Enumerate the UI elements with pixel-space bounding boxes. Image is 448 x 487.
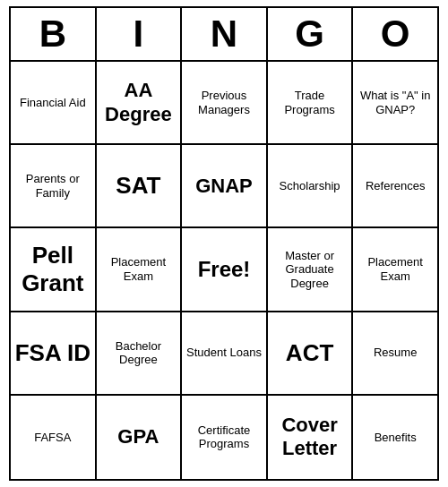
- bingo-row: Parents or FamilySATGNAPScholarshipRefer…: [11, 145, 437, 228]
- bingo-cell: Student Loans: [182, 312, 268, 396]
- bingo-cell: Resume: [353, 312, 437, 396]
- bingo-cell: Certificate Programs: [182, 396, 268, 479]
- bingo-card: BINGO Financial AidAA DegreePrevious Man…: [9, 6, 439, 481]
- bingo-grid: Financial AidAA DegreePrevious ManagersT…: [11, 62, 437, 479]
- bingo-cell: Parents or Family: [11, 145, 97, 228]
- header-letter: N: [182, 8, 268, 62]
- bingo-cell: Scholarship: [268, 145, 354, 228]
- bingo-cell: FSA ID: [11, 312, 97, 396]
- bingo-header: BINGO: [11, 8, 437, 62]
- bingo-cell: Financial Aid: [11, 62, 97, 145]
- header-letter: G: [268, 8, 354, 62]
- bingo-cell: References: [353, 145, 437, 228]
- bingo-cell: GNAP: [182, 145, 268, 228]
- header-letter: O: [353, 8, 437, 62]
- bingo-cell: Previous Managers: [182, 62, 268, 145]
- bingo-row: Financial AidAA DegreePrevious ManagersT…: [11, 62, 437, 145]
- bingo-cell: SAT: [97, 145, 183, 228]
- bingo-cell: What is "A" in GNAP?: [353, 62, 437, 145]
- bingo-cell: AA Degree: [97, 62, 183, 145]
- header-letter: I: [97, 8, 183, 62]
- header-letter: B: [11, 8, 97, 62]
- bingo-cell: Benefits: [353, 396, 437, 479]
- bingo-cell: FAFSA: [11, 396, 97, 479]
- bingo-cell: Free!: [182, 228, 268, 312]
- bingo-cell: Pell Grant: [11, 228, 97, 312]
- bingo-row: Pell GrantPlacement ExamFree!Master or G…: [11, 228, 437, 312]
- bingo-cell: GPA: [97, 396, 183, 479]
- bingo-row: FAFSAGPACertificate ProgramsCover Letter…: [11, 396, 437, 479]
- bingo-row: FSA IDBachelor DegreeStudent LoansACTRes…: [11, 312, 437, 396]
- bingo-cell: Placement Exam: [353, 228, 437, 312]
- bingo-cell: Trade Programs: [268, 62, 354, 145]
- bingo-cell: Placement Exam: [97, 228, 183, 312]
- bingo-cell: Master or Graduate Degree: [268, 228, 354, 312]
- bingo-cell: Bachelor Degree: [97, 312, 183, 396]
- bingo-cell: Cover Letter: [268, 396, 354, 479]
- bingo-cell: ACT: [268, 312, 354, 396]
